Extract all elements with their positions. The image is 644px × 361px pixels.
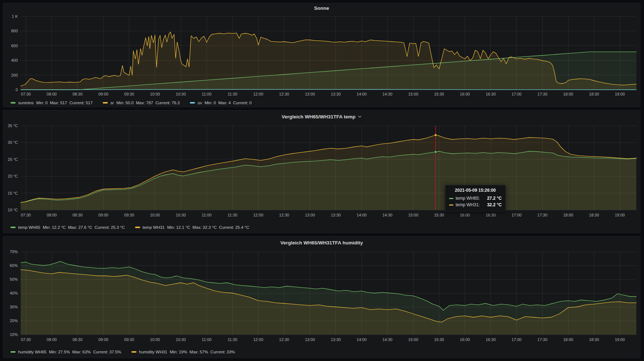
chart-sonne[interactable]: 02004006008001 K07:3008:0008:3009:0009:3… bbox=[4, 13, 640, 98]
svg-text:15:30: 15:30 bbox=[434, 213, 444, 217]
svg-text:13:00: 13:00 bbox=[305, 337, 315, 342]
legend-item[interactable]: humidity WH65 Min: 27.5% Max: 63% Curren… bbox=[11, 350, 121, 354]
legend-color-dash[interactable] bbox=[103, 102, 108, 104]
svg-text:12:00: 12:00 bbox=[253, 213, 264, 217]
chart-humidity[interactable]: 10%20%30%40%50%60%70%07:3008:0008:3009:0… bbox=[4, 249, 640, 348]
graph-tooltip: 2021-05-09 15:26:00 temp WH65: 27.2 °C t… bbox=[445, 185, 506, 211]
legend-series-stats: Min: 27.5% Max: 63% Current: 37.5% bbox=[49, 350, 121, 354]
svg-text:13:00: 13:00 bbox=[305, 92, 315, 96]
legend-series-name[interactable]: uv bbox=[197, 101, 202, 105]
svg-text:15:00: 15:00 bbox=[408, 337, 419, 342]
svg-text:18:30: 18:30 bbox=[589, 337, 599, 342]
svg-text:19:00: 19:00 bbox=[615, 337, 625, 342]
panel-header-humidity[interactable]: Vergleich WH65/WH31TFA humidity bbox=[3, 236, 640, 249]
svg-text:12:30: 12:30 bbox=[279, 213, 289, 217]
svg-text:20 °C: 20 °C bbox=[8, 174, 18, 178]
legend-color-dash[interactable] bbox=[11, 351, 16, 353]
tooltip-row: temp WH31: 32.2 °C bbox=[449, 202, 502, 208]
legend-item[interactable]: uv Min: 0 Max: 4 Current: 0 bbox=[190, 101, 252, 105]
svg-text:12:00: 12:00 bbox=[253, 337, 264, 342]
legend-item[interactable]: temp WH31 Min: 12.1 °C Max: 32.3 °C Curr… bbox=[135, 225, 249, 230]
legend-color-dash[interactable] bbox=[135, 227, 140, 228]
svg-text:13:30: 13:30 bbox=[331, 337, 341, 342]
svg-text:15:00: 15:00 bbox=[408, 92, 419, 96]
svg-text:18:00: 18:00 bbox=[563, 337, 573, 342]
svg-text:35 °C: 35 °C bbox=[8, 123, 18, 128]
svg-text:08:00: 08:00 bbox=[47, 213, 57, 217]
tooltip-series-name: temp WH65: bbox=[456, 195, 480, 202]
svg-text:16:30: 16:30 bbox=[486, 92, 496, 96]
panel-humidity: Vergleich WH65/WH31TFA humidity 10%20%30… bbox=[3, 236, 640, 358]
svg-text:09:30: 09:30 bbox=[124, 213, 134, 217]
svg-text:09:30: 09:30 bbox=[124, 92, 134, 96]
svg-text:12:30: 12:30 bbox=[279, 92, 289, 96]
svg-text:07:30: 07:30 bbox=[21, 337, 31, 342]
legend-series-stats: Min: 12.1 °C Max: 32.3 °C Current: 25.4 … bbox=[167, 225, 249, 230]
legend-series-name[interactable]: sr bbox=[110, 101, 114, 105]
legend-color-dash[interactable] bbox=[11, 227, 16, 228]
svg-text:1 K: 1 K bbox=[12, 14, 18, 19]
svg-text:08:30: 08:30 bbox=[73, 213, 83, 217]
legend-humidity: humidity WH65 Min: 27.5% Max: 63% Curren… bbox=[3, 348, 640, 356]
svg-text:200: 200 bbox=[11, 73, 18, 77]
svg-text:17:30: 17:30 bbox=[537, 337, 547, 342]
panel-title-sonne[interactable]: Sonne bbox=[314, 5, 329, 11]
legend-series-name[interactable]: temp WH65 bbox=[18, 225, 40, 230]
tooltip-series-value: 32.2 °C bbox=[482, 202, 502, 208]
legend-series-name[interactable]: humidity WH65 bbox=[18, 350, 46, 354]
panel-header-sonne[interactable]: Sonne bbox=[3, 3, 640, 13]
svg-text:18:00: 18:00 bbox=[563, 213, 573, 217]
chart-svg-0[interactable]: 02004006008001 K07:3008:0008:3009:0009:3… bbox=[4, 13, 639, 98]
tooltip-series-name: temp WH31: bbox=[456, 202, 480, 208]
svg-text:11:30: 11:30 bbox=[228, 337, 237, 342]
svg-text:20%: 20% bbox=[10, 319, 18, 323]
svg-text:30 °C: 30 °C bbox=[8, 140, 18, 145]
svg-text:16:00: 16:00 bbox=[460, 213, 470, 217]
svg-text:16:00: 16:00 bbox=[460, 92, 470, 96]
chevron-down-icon[interactable] bbox=[358, 115, 362, 118]
svg-text:14:30: 14:30 bbox=[382, 337, 392, 342]
svg-text:07:30: 07:30 bbox=[21, 92, 31, 96]
panel-header-temp[interactable]: Vergleich WH65/WH31TFA temp bbox=[3, 110, 640, 123]
legend-item[interactable]: sr Min: 50.0 Max: 787 Current: 76.3 bbox=[103, 101, 180, 105]
legend-item[interactable]: humidity WH31 Min: 19% Max: 57% Current:… bbox=[131, 350, 235, 354]
svg-text:10:30: 10:30 bbox=[176, 213, 186, 217]
svg-text:17:00: 17:00 bbox=[511, 213, 522, 217]
chart-temp[interactable]: 10 °C15 °C20 °C25 °C30 °C35 °C07:3008:00… bbox=[4, 123, 640, 223]
svg-text:10:30: 10:30 bbox=[176, 92, 186, 96]
svg-text:10:00: 10:00 bbox=[150, 213, 160, 217]
svg-text:14:30: 14:30 bbox=[382, 213, 392, 217]
tooltip-color-dash bbox=[449, 204, 453, 206]
svg-text:10%: 10% bbox=[10, 332, 18, 337]
legend-series-stats: Min: 50.0 Max: 787 Current: 76.3 bbox=[117, 101, 180, 105]
panel-title-humidity[interactable]: Vergleich WH65/WH31TFA humidity bbox=[280, 240, 363, 246]
svg-text:08:00: 08:00 bbox=[47, 92, 57, 96]
svg-text:18:30: 18:30 bbox=[589, 213, 599, 217]
svg-text:19:00: 19:00 bbox=[615, 92, 625, 96]
legend-color-dash[interactable] bbox=[11, 102, 16, 104]
legend-item[interactable]: temp WH65 Min: 12.2 °C Max: 27.6 °C Curr… bbox=[11, 225, 125, 230]
chart-svg-1[interactable]: 10 °C15 °C20 °C25 °C30 °C35 °C07:3008:00… bbox=[4, 123, 639, 223]
legend-series-name[interactable]: humidity WH31 bbox=[139, 350, 167, 354]
svg-text:10:00: 10:00 bbox=[150, 92, 160, 96]
legend-color-dash[interactable] bbox=[190, 102, 195, 104]
panel-title-temp[interactable]: Vergleich WH65/WH31TFA temp bbox=[282, 114, 356, 119]
svg-text:08:30: 08:30 bbox=[73, 92, 83, 96]
legend-series-name[interactable]: temp WH31 bbox=[143, 225, 165, 230]
svg-text:15 °C: 15 °C bbox=[8, 191, 18, 195]
svg-text:16:30: 16:30 bbox=[486, 337, 496, 342]
svg-text:0: 0 bbox=[16, 88, 18, 92]
svg-text:17:30: 17:30 bbox=[537, 213, 547, 217]
legend-temp: temp WH65 Min: 12.2 °C Max: 27.6 °C Curr… bbox=[3, 223, 640, 232]
legend-series-stats: Min: 0 Max: 517 Current: 517 bbox=[36, 101, 93, 105]
legend-color-dash[interactable] bbox=[131, 351, 136, 353]
legend-series-name[interactable]: sunmins bbox=[18, 101, 34, 105]
chart-svg-2[interactable]: 10%20%30%40%50%60%70%07:3008:0008:3009:0… bbox=[4, 249, 639, 348]
svg-text:09:00: 09:00 bbox=[98, 213, 109, 217]
svg-text:18:00: 18:00 bbox=[563, 92, 573, 96]
svg-text:800: 800 bbox=[11, 29, 18, 33]
svg-text:12:30: 12:30 bbox=[279, 337, 289, 342]
svg-text:600: 600 bbox=[11, 44, 18, 48]
svg-text:11:00: 11:00 bbox=[202, 337, 212, 342]
legend-item[interactable]: sunmins Min: 0 Max: 517 Current: 517 bbox=[11, 101, 93, 105]
